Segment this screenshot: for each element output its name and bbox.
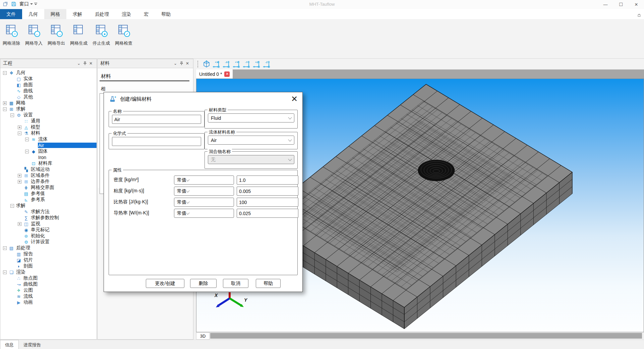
网格生成-button[interactable]: 网格生成 [68, 22, 90, 46]
tree-item[interactable]: ↝曲线图 [0, 281, 97, 287]
tree-item[interactable]: ⊡材料库 [0, 160, 97, 166]
isometric-view-icon[interactable] [201, 60, 212, 68]
menu-tab-渲染[interactable]: 渲染 [115, 9, 137, 19]
panel-dropdown-icon[interactable]: ⌄ [76, 61, 82, 66]
material-type-combobox[interactable]: Fluid [208, 113, 294, 122]
collapse-icon[interactable]: − [10, 113, 14, 117]
tree-item[interactable]: −⊞求解 [0, 106, 97, 112]
dialog-button-delete[interactable]: 删除 [190, 279, 217, 288]
view-minusX-button[interactable]: -X [222, 60, 232, 68]
collapse-icon[interactable]: − [18, 132, 21, 135]
panel-pin-icon[interactable] [82, 61, 88, 65]
view-plusZ-button[interactable]: +Z [252, 60, 262, 68]
property-value-input[interactable] [237, 198, 298, 207]
status-tab-info[interactable]: 信息 [0, 340, 19, 349]
menu-tab-网格[interactable]: 网格 [44, 9, 66, 19]
view-minusY-button[interactable]: -Y [242, 60, 252, 68]
panel-close-icon[interactable]: ✕ [88, 61, 94, 66]
fluid-material-combobox[interactable]: Air [208, 136, 294, 145]
tab-close-icon[interactable]: ✕ [224, 71, 230, 77]
horizontal-scrollbar[interactable] [210, 333, 642, 339]
minimize-button[interactable]: — [598, 0, 613, 9]
tree-item[interactable]: ⋕网格交界面 [0, 185, 97, 191]
tree-item[interactable]: −⚙设置 [0, 112, 97, 118]
tree-item[interactable]: ▤参考值 [0, 191, 97, 197]
tree-item[interactable]: ▢实体 [0, 76, 97, 82]
tree-item[interactable]: ◗剖面 [0, 263, 97, 269]
collapse-icon[interactable]: − [3, 270, 7, 274]
tree-item[interactable]: +◫监视 [0, 221, 97, 227]
expand-icon[interactable]: + [18, 174, 21, 178]
tree-item[interactable]: ∷通用 [0, 118, 97, 124]
menu-tab-文件[interactable]: 文件 [0, 9, 22, 19]
collapse-icon[interactable]: − [25, 138, 29, 141]
close-button[interactable]: ✕ [629, 0, 644, 9]
dialog-close-icon[interactable]: ✕ [291, 95, 298, 103]
tree-item[interactable]: Iron [0, 154, 97, 160]
collapse-icon[interactable]: − [3, 246, 7, 250]
dialog-button-help[interactable]: 帮助 [256, 279, 281, 288]
tree-item[interactable]: ∑求解参数控制 [0, 215, 97, 221]
tree-item[interactable]: −❏渲染 [0, 269, 97, 275]
tree-item[interactable]: +⊞区域条件 [0, 172, 97, 179]
property-mode-combobox[interactable]: 常值 [174, 209, 234, 218]
collapse-icon[interactable]: − [3, 71, 7, 75]
tree-item[interactable]: −⚗材料 [0, 130, 97, 136]
3d-view-tab[interactable]: 3D [196, 332, 210, 340]
tree-item[interactable]: +◬模型 [0, 124, 97, 130]
网格检查-button[interactable]: ✓网格检查 [113, 22, 135, 46]
网格导入-button[interactable]: ←网格导入 [23, 22, 45, 46]
tree-item[interactable]: ⊾参考系 [0, 197, 97, 203]
网格导出-button[interactable]: →网格导出 [45, 22, 67, 46]
collapse-icon[interactable]: − [10, 204, 14, 208]
tree-item[interactable]: Air [0, 142, 97, 148]
view-minusZ-button[interactable]: -Z [262, 60, 272, 68]
tree-item[interactable]: ⚙计算设置 [0, 239, 97, 245]
tree-item[interactable]: −▧后处理 [0, 245, 97, 251]
tree-item[interactable]: ✈云图 [0, 287, 97, 293]
panel-close-icon[interactable]: ✕ [184, 61, 190, 66]
expand-icon[interactable]: + [18, 126, 21, 129]
ribbon-collapse-icon[interactable] [637, 12, 641, 18]
panel-dropdown-icon[interactable]: ⌄ [172, 61, 178, 66]
tree-item[interactable]: ✎求解方法 [0, 209, 97, 215]
panel-pin-icon[interactable] [178, 61, 184, 65]
tree-item[interactable]: ◧曲面 [0, 82, 97, 88]
menu-tab-后处理[interactable]: 后处理 [89, 9, 115, 19]
property-value-input[interactable] [237, 176, 298, 185]
tree-item[interactable]: ◪切片 [0, 257, 97, 263]
toolbar-drag-handle[interactable] [197, 61, 199, 67]
tree-item[interactable]: −求解 [0, 203, 97, 209]
collapse-icon[interactable]: − [3, 107, 7, 111]
tree-item[interactable]: ▚区域运动 [0, 166, 97, 172]
menu-tab-帮助[interactable]: 帮助 [155, 9, 177, 19]
tree-item[interactable]: −≋流体 [0, 136, 97, 142]
dialog-button-cancel[interactable]: 取消 [223, 279, 248, 288]
collapse-icon[interactable]: − [25, 150, 29, 153]
dialog-button-apply[interactable]: 更改/创建 [146, 279, 184, 288]
tree-item[interactable]: ▶动画 [0, 299, 97, 305]
property-value-input[interactable] [237, 209, 298, 218]
view-plusX-button[interactable]: +X [212, 60, 222, 68]
tree-item[interactable]: −❖几何 [0, 70, 97, 76]
停止生成-button[interactable]: ●停止生成 [90, 22, 112, 46]
tree-item[interactable]: −◆固体 [0, 148, 97, 154]
tree-item[interactable]: ▥报告 [0, 251, 97, 257]
status-tab-progress[interactable]: 进度报告 [19, 340, 46, 349]
menu-tab-几何[interactable]: 几何 [22, 9, 44, 19]
tree-item[interactable]: ◉单元标记 [0, 227, 97, 233]
menu-tab-宏[interactable]: 宏 [137, 9, 155, 19]
tree-item[interactable]: ≋流线 [0, 293, 97, 299]
document-tab[interactable]: Untitled 0 * ✕ [196, 69, 233, 79]
tree-item[interactable]: ∿曲线 [0, 88, 97, 94]
网格清除-button[interactable]: −网格清除 [0, 22, 22, 46]
property-value-input[interactable] [237, 187, 298, 196]
expand-icon[interactable]: + [18, 180, 21, 184]
maximize-button[interactable]: ☐ [613, 0, 629, 9]
tree-item[interactable]: ⊚初始化 [0, 233, 97, 239]
property-mode-combobox[interactable]: 常值 [174, 176, 234, 185]
view-plusY-button[interactable]: +Y [232, 60, 242, 68]
formula-input[interactable] [112, 137, 201, 146]
tree-item[interactable]: ◇其他 [0, 94, 97, 100]
menu-tab-求解[interactable]: 求解 [66, 9, 89, 19]
